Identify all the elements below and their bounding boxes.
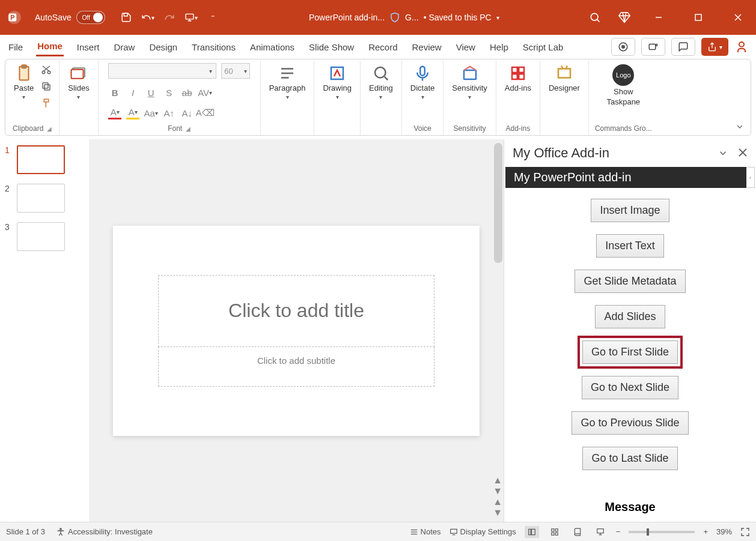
cut-icon[interactable] [40, 63, 53, 76]
minimize-button[interactable] [647, 8, 671, 26]
addin-button-go-to-next-slide[interactable]: Go to Next Slide [582, 376, 678, 399]
tab-design[interactable]: Design [148, 38, 178, 56]
taskpane-close-icon[interactable] [738, 148, 748, 159]
paste-button[interactable]: Paste▾ [11, 63, 36, 101]
sensitivity-button[interactable]: Sensitivity▾ [450, 63, 490, 101]
redo-icon[interactable] [163, 11, 176, 24]
normal-view-icon[interactable] [525, 526, 539, 538]
vertical-scrollbar[interactable] [494, 143, 502, 263]
powerpoint-app-icon: P [4, 7, 25, 28]
qat-more-icon[interactable]: ⁼ [206, 11, 219, 24]
addins-button[interactable]: Add-ins [502, 63, 534, 94]
slide-count[interactable]: Slide 1 of 3 [6, 527, 45, 536]
dialog-launcher-icon[interactable]: ◢ [186, 125, 191, 132]
diamond-icon[interactable] [618, 11, 631, 24]
tab-view[interactable]: View [455, 38, 477, 56]
fit-to-window-icon[interactable] [740, 527, 750, 537]
subtitle-placeholder[interactable]: Click to add subtitle [158, 347, 434, 387]
slide-thumbnail[interactable]: 3 [5, 222, 84, 251]
copy-icon[interactable] [40, 80, 53, 93]
underline-button[interactable]: U [144, 86, 157, 99]
tab-help[interactable]: Help [489, 38, 510, 56]
reading-view-icon[interactable] [570, 526, 585, 538]
tab-insert[interactable]: Insert [76, 38, 101, 56]
zoom-in-button[interactable]: + [703, 527, 708, 536]
collapse-ribbon-icon[interactable] [735, 122, 745, 131]
tab-slide-show[interactable]: Slide Show [308, 38, 355, 56]
accessibility-status[interactable]: Accessibility: Investigate [56, 527, 153, 537]
tab-transitions[interactable]: Transitions [191, 38, 237, 56]
tab-record[interactable]: Record [367, 38, 398, 56]
svg-rect-50 [597, 528, 604, 533]
paragraph-button[interactable]: Paragraph▾ [267, 63, 308, 101]
show-taskpane-button[interactable]: LogoShowTaskpane [604, 63, 642, 107]
addin-button-go-to-previous-slide[interactable]: Go to Previous Slide [572, 411, 688, 435]
thumbnail-number: 1 [5, 145, 12, 155]
zoom-slider[interactable] [629, 531, 695, 533]
tab-review[interactable]: Review [411, 38, 443, 56]
svg-rect-24 [71, 70, 83, 79]
designer-button[interactable]: Designer [546, 63, 582, 94]
italic-button[interactable]: I [126, 86, 139, 99]
slide-thumbnail[interactable]: 1 [5, 145, 84, 174]
comments-button[interactable] [671, 38, 695, 56]
addin-button-add-slides[interactable]: Add Slides [595, 305, 665, 328]
search-icon[interactable] [589, 11, 602, 23]
change-case-button[interactable]: Aa▾ [144, 106, 157, 119]
title-placeholder[interactable]: Click to add title [158, 275, 434, 347]
notes-button[interactable]: Notes [410, 527, 441, 536]
taskpane-collapse-handle[interactable]: ‹ [746, 167, 755, 188]
teams-button[interactable] [641, 38, 665, 56]
svg-point-14 [656, 44, 657, 46]
svg-rect-46 [552, 528, 554, 531]
tab-file[interactable]: File [7, 38, 24, 56]
slides-button[interactable]: Slides▾ [66, 63, 91, 101]
sorter-view-icon[interactable] [547, 526, 562, 538]
camera-button[interactable] [611, 38, 635, 56]
drawing-button[interactable]: Drawing▾ [320, 63, 354, 101]
editing-button[interactable]: Editing▾ [367, 63, 395, 101]
bold-button[interactable]: B [108, 86, 121, 99]
slideshow-view-icon[interactable] [593, 526, 608, 538]
clear-format-button[interactable]: A⌫ [198, 106, 212, 119]
account-icon[interactable] [734, 40, 749, 54]
shrink-font-button[interactable]: A↓ [180, 106, 194, 119]
font-color-button[interactable]: A▾ [108, 106, 121, 119]
addin-button-go-to-last-slide[interactable]: Go to Last Slide [582, 447, 677, 470]
tab-script-lab[interactable]: Script Lab [522, 38, 565, 56]
taskpane-menu-icon[interactable] [718, 148, 728, 159]
strike-button[interactable]: ab [180, 86, 194, 99]
autosave-label: AutoSave [35, 13, 72, 22]
character-spacing-button[interactable]: AV▾ [198, 86, 212, 99]
font-size-combo[interactable]: 60▾ [221, 63, 250, 79]
dictate-button[interactable]: Dictate▾ [408, 63, 437, 101]
slide-thumbnail[interactable]: 2 [5, 184, 84, 213]
autosave-toggle[interactable]: AutoSave Off [35, 11, 105, 24]
present-icon[interactable]: ▾ [184, 11, 198, 24]
zoom-out-button[interactable]: − [616, 527, 621, 536]
close-button[interactable] [726, 8, 750, 26]
addin-button-get-slide-metadata[interactable]: Get Slide Metadata [575, 270, 685, 293]
chevron-down-icon[interactable]: ▾ [496, 14, 499, 21]
dialog-launcher-icon[interactable]: ◢ [47, 125, 52, 132]
addin-button-insert-image[interactable]: Insert Image [591, 199, 669, 222]
highlight-button[interactable]: A▾ [126, 106, 139, 119]
grow-font-button[interactable]: A↑ [162, 106, 175, 119]
undo-icon[interactable]: ▾ [141, 11, 154, 24]
tab-animations[interactable]: Animations [249, 38, 296, 56]
display-settings-button[interactable]: Display Settings [450, 527, 516, 536]
slide-nav-arrows[interactable]: ▲▼▲▼ [493, 475, 502, 518]
zoom-level[interactable]: 39% [716, 527, 732, 536]
maximize-button[interactable] [686, 8, 710, 26]
tab-home[interactable]: Home [36, 37, 64, 56]
font-family-combo[interactable]: ▾ [108, 63, 216, 79]
addin-button-go-to-first-slide[interactable]: Go to First Slide [582, 340, 678, 364]
share-button[interactable]: ▾ [701, 38, 728, 56]
save-icon[interactable] [120, 11, 133, 24]
shadow-button[interactable]: S [162, 86, 175, 99]
slide-canvas[interactable]: Click to add title Click to add subtitle [113, 226, 480, 436]
format-painter-icon[interactable] [40, 97, 53, 110]
tab-draw[interactable]: Draw [112, 38, 136, 56]
svg-point-16 [739, 42, 744, 47]
addin-button-insert-text[interactable]: Insert Text [596, 234, 664, 258]
